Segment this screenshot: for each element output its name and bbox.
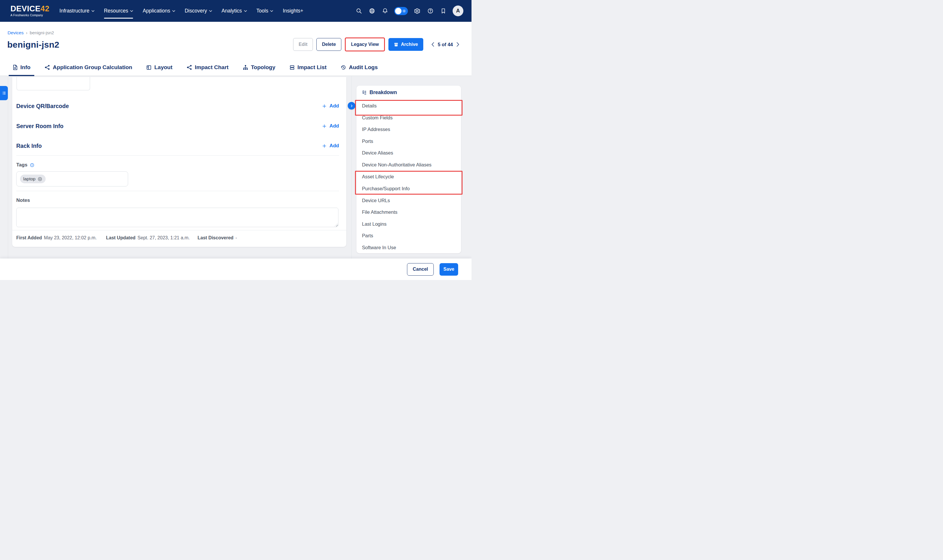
add-label: Add — [329, 103, 339, 109]
left-panel-toggle-button[interactable] — [0, 86, 8, 100]
section-device-qr-barcode: Device QR/Barcode Add — [16, 102, 339, 110]
save-button[interactable]: Save — [440, 263, 458, 275]
meta-first-added: First Added May 23, 2022, 12:02 p.m. — [16, 235, 97, 240]
pager-next-icon[interactable] — [456, 42, 459, 47]
network-icon — [186, 65, 192, 70]
section-title: Rack Info — [16, 143, 42, 149]
remove-tag-icon[interactable] — [37, 177, 42, 182]
add-device-qr-button[interactable]: Add — [322, 103, 339, 109]
cancel-button[interactable]: Cancel — [407, 263, 434, 275]
theme-toggle[interactable] — [394, 7, 408, 15]
tag-chip-laptop: laptop — [20, 175, 46, 183]
page-title: benigni-jsn2 — [7, 40, 59, 50]
plus-icon — [322, 124, 327, 129]
sidebar-item-parts[interactable]: Parts — [362, 230, 373, 242]
list-icon — [2, 91, 6, 95]
sidebar-item-asset-lifecycle[interactable]: Asset Lifecycle — [362, 171, 394, 182]
sitemap-icon — [243, 65, 248, 70]
tab-label: Layout — [154, 64, 172, 71]
nav-item-discovery[interactable]: Discovery — [185, 8, 212, 14]
bell-icon[interactable] — [381, 7, 389, 15]
search-icon[interactable] — [355, 7, 363, 15]
sidebar-item-device-urls[interactable]: Device URLs — [362, 195, 390, 206]
meta-label: First Added — [16, 235, 42, 240]
nav-item-applications[interactable]: Applications — [143, 8, 175, 14]
sidebar-item-purchase-support-info[interactable]: Purchase/Support Info — [362, 183, 410, 194]
chevron-down-icon — [270, 10, 273, 12]
rows-icon — [289, 65, 295, 70]
main-menu: Infrastructure Resources Applications Di… — [60, 8, 303, 14]
pager-prev-icon[interactable] — [431, 42, 434, 47]
device-info-card: Device QR/Barcode Add Server Room Info A… — [12, 77, 346, 247]
nav-item-resources[interactable]: Resources — [104, 8, 133, 14]
sidebar-item-ip-addresses[interactable]: IP Addresses — [362, 123, 390, 135]
tab-topology[interactable]: Topology — [239, 59, 279, 75]
chevron-down-icon — [92, 10, 94, 12]
page-header: Devices › benigni-jsn2 benigni-jsn2 Edit… — [0, 22, 472, 76]
tab-impact-chart[interactable]: Impact Chart — [183, 59, 232, 75]
section-rack-info: Rack Info Add — [16, 142, 339, 150]
sun-icon — [402, 9, 406, 13]
breadcrumb-separator: › — [26, 30, 27, 35]
meta-value: - — [235, 235, 237, 240]
nav-item-insights[interactable]: Insights+ — [283, 8, 303, 14]
brand-logo[interactable]: DEVICE42 A Freshworks Company — [11, 5, 50, 17]
meta-label: Last Updated — [106, 235, 135, 240]
breadcrumb-devices-link[interactable]: Devices — [8, 30, 23, 35]
tags-input[interactable]: laptop — [16, 171, 128, 186]
sidebar-item-device-non-authoritative-aliases[interactable]: Device Non-Authoritative Aliases — [362, 159, 431, 171]
help-icon[interactable] — [426, 7, 434, 15]
tab-label: Impact List — [297, 64, 326, 71]
device42-app: DEVICE42 A Freshworks Company Infrastruc… — [0, 0, 472, 280]
layout-icon — [146, 65, 152, 70]
toggle-knob — [395, 8, 402, 14]
breadcrumb-current: benigni-jsn2 — [30, 30, 54, 35]
edit-button[interactable]: Edit — [293, 38, 313, 51]
meta-label: Last Discovered — [198, 235, 234, 240]
sidebar-item-custom-fields[interactable]: Custom Fields — [362, 112, 392, 123]
nav-item-analytics[interactable]: Analytics — [222, 8, 247, 14]
bookmark-icon[interactable] — [440, 7, 447, 15]
nav-item-label: Discovery — [185, 8, 207, 14]
archive-button[interactable]: Archive — [388, 38, 423, 51]
add-rack-info-button[interactable]: Add — [322, 143, 339, 149]
breadcrumb: Devices › benigni-jsn2 — [8, 30, 54, 35]
tab-application-group-calculation[interactable]: Application Group Calculation — [41, 59, 136, 75]
gear-icon[interactable] — [414, 7, 421, 15]
breakdown-title: Breakdown — [369, 89, 397, 95]
globe-icon[interactable] — [368, 7, 375, 15]
tab-layout[interactable]: Layout — [142, 59, 176, 75]
sidebar-item-file-attachments[interactable]: File Attachments — [362, 206, 397, 218]
chevron-down-icon — [209, 10, 212, 12]
add-server-room-button[interactable]: Add — [322, 123, 339, 129]
legacy-view-button[interactable]: Legacy View — [346, 38, 384, 51]
avatar[interactable]: A — [452, 6, 463, 16]
info-icon[interactable] — [30, 163, 35, 168]
sidebar-item-device-aliases[interactable]: Device Aliases — [362, 147, 393, 158]
sidebar-item-ports[interactable]: Ports — [362, 135, 373, 147]
tab-audit-logs[interactable]: Audit Logs — [337, 59, 382, 75]
chevron-down-icon — [130, 10, 133, 12]
legacy-view-highlight-box: Legacy View — [345, 37, 385, 51]
sidebar-item-details[interactable]: Details — [362, 100, 377, 112]
brand-42: 42 — [41, 5, 50, 13]
cut-off-input[interactable] — [17, 77, 90, 90]
sidebar-collapse-button[interactable] — [348, 102, 355, 109]
record-pager: 5 of 44 — [431, 42, 459, 47]
top-nav: DEVICE42 A Freshworks Company Infrastruc… — [0, 0, 472, 22]
nav-item-infrastructure[interactable]: Infrastructure — [60, 8, 94, 14]
notes-label: Notes — [16, 197, 30, 203]
tab-impact-list[interactable]: Impact List — [286, 59, 330, 75]
nav-item-label: Applications — [143, 8, 170, 14]
meta-value: May 23, 2022, 12:02 p.m. — [44, 235, 97, 240]
delete-button[interactable]: Delete — [316, 38, 342, 51]
divider — [16, 155, 339, 156]
section-title: Server Room Info — [16, 123, 64, 129]
plus-icon — [322, 143, 327, 148]
tab-info[interactable]: Info — [9, 59, 34, 75]
notes-textarea[interactable] — [16, 208, 338, 227]
plus-icon — [322, 104, 327, 109]
sidebar-item-software-in-use[interactable]: Software In Use — [362, 242, 396, 253]
nav-item-tools[interactable]: Tools — [257, 8, 273, 14]
sidebar-item-last-logins[interactable]: Last Logins — [362, 218, 386, 230]
